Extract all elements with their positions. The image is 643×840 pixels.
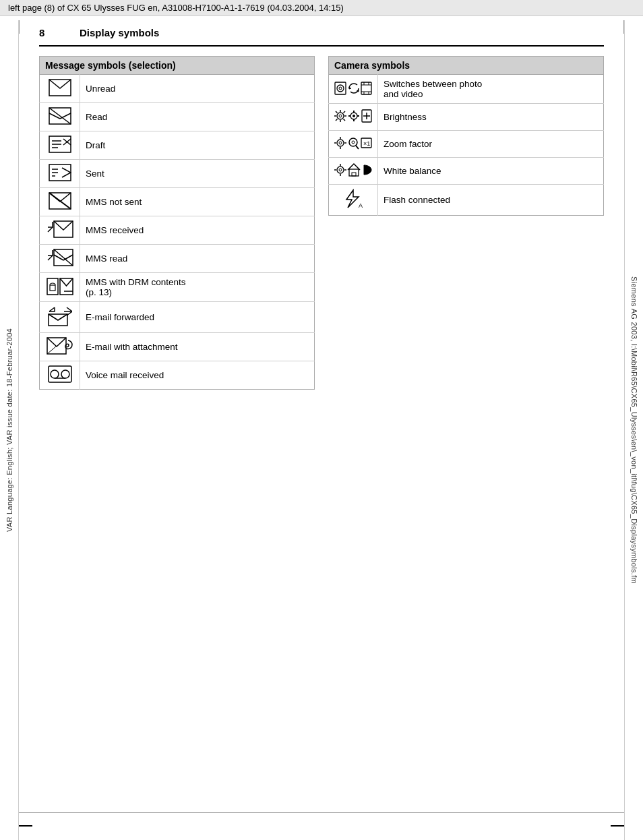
row-label: Zoom factor (384, 139, 432, 149)
draft-icon (49, 136, 71, 155)
row-label: Voice mail received (86, 370, 164, 380)
svg-rect-24 (47, 278, 58, 295)
symbol-cell (329, 104, 378, 131)
svg-point-47 (337, 113, 344, 119)
symbol-cell (329, 75, 378, 104)
brightness-icon (334, 108, 372, 126)
top-right-mark (623, 20, 624, 34)
email-attachment-icon (47, 337, 73, 357)
email-forwarded-icon (48, 306, 72, 328)
row-label: Read (86, 112, 107, 122)
table-row: MMS received (40, 216, 315, 245)
mms-received-icon (47, 220, 73, 240)
svg-line-74 (356, 146, 359, 149)
symbol-cell (40, 361, 80, 390)
table-row: Sent (40, 160, 315, 188)
right-sidebar: Siemens AG 2003, I:\Mobil\R65\CX65_Ulyss… (624, 20, 643, 840)
row-label: Switches between photoand video (384, 79, 482, 99)
row-label: Sent (86, 169, 104, 179)
symbol-cell (40, 216, 80, 245)
svg-point-39 (339, 87, 342, 90)
left-sidebar: VAR Language: English; VAR issue date: 1… (0, 20, 19, 840)
svg-point-34 (51, 370, 59, 378)
symbol-cell (40, 188, 80, 216)
row-label: White balance (384, 166, 441, 176)
camera-symbols-section: Camera symbols (328, 56, 604, 390)
svg-point-72 (349, 138, 357, 146)
label-cell: Flash connected (378, 185, 604, 216)
svg-text:×1: ×1 (363, 140, 370, 147)
mms-drm-icon (47, 278, 73, 297)
table-row: A Flash connected (329, 185, 604, 216)
top-header: left page (8) of CX 65 Ulysses FUG en, A… (0, 0, 643, 16)
svg-line-4 (49, 108, 71, 124)
symbol-cell (40, 302, 80, 333)
symbol-cell (40, 103, 80, 131)
label-cell: Sent (80, 160, 315, 188)
table-row: E-mail forwarded (40, 302, 315, 333)
white-balance-icon (334, 162, 372, 180)
voice-mail-icon (48, 365, 72, 385)
table-row: Brightness (329, 104, 604, 131)
label-cell: Read (80, 103, 315, 131)
main-content: 8 Display symbols Message symbols (selec… (19, 16, 624, 390)
page-title-row: 8 Display symbols (39, 16, 604, 47)
camera-symbol-table: Switches between photoand video (328, 74, 604, 216)
message-section-header: Message symbols (selection) (39, 56, 315, 74)
camera-section-header: Camera symbols (328, 56, 604, 74)
row-label: MMS received (86, 225, 144, 235)
symbol-cell: ×1 (329, 131, 378, 158)
symbol-cell: A (329, 185, 378, 216)
page-number: 8 (39, 27, 80, 38)
mms-read-icon (47, 249, 73, 268)
symbol-cell (329, 158, 378, 185)
label-cell: Unread (80, 75, 315, 103)
svg-point-38 (337, 85, 344, 92)
two-columns: Message symbols (selection) (39, 56, 604, 390)
symbol-cell (40, 160, 80, 188)
label-cell: MMS read (80, 245, 315, 273)
label-cell: MMS with DRM contents(p. 13) (80, 273, 315, 302)
label-cell: Zoom factor (378, 131, 604, 158)
row-label: MMS read (86, 253, 127, 264)
label-cell: Switches between photoand video (378, 75, 604, 104)
svg-line-17 (48, 227, 53, 232)
label-cell: Brightness (378, 104, 604, 131)
page-title: Display symbols (80, 27, 159, 38)
row-label: MMS not sent (86, 197, 142, 207)
message-symbol-table: Unread (39, 74, 315, 390)
svg-point-35 (61, 370, 69, 378)
table-row: MMS not sent (40, 188, 315, 216)
symbol-cell (40, 333, 80, 361)
table-row: E-mail with attachment (40, 333, 315, 361)
svg-line-56 (336, 119, 338, 121)
label-cell: MMS received (80, 216, 315, 245)
photo-video-switch-icon (334, 80, 372, 98)
table-row: Voice mail received (40, 361, 315, 390)
zoom-icon: ×1 (334, 135, 372, 153)
read-icon (49, 107, 71, 127)
label-cell: MMS not sent (80, 188, 315, 216)
svg-rect-25 (50, 285, 55, 291)
svg-point-58 (353, 115, 355, 117)
svg-rect-33 (49, 366, 71, 382)
svg-line-55 (344, 111, 346, 113)
label-cell: Voice mail received (80, 361, 315, 390)
svg-line-23 (54, 249, 73, 266)
header-text: left page (8) of CX 65 Ulysses FUG en, A… (8, 3, 344, 13)
unread-icon (49, 79, 71, 98)
table-row: MMS with DRM contents(p. 13) (40, 273, 315, 302)
table-row: MMS read (40, 245, 315, 273)
mms-not-sent-icon (49, 192, 71, 212)
bottom-right-mark (611, 825, 624, 827)
svg-line-2 (49, 113, 60, 119)
table-row: Draft (40, 131, 315, 160)
svg-line-3 (60, 113, 71, 119)
symbol-cell (40, 245, 80, 273)
svg-rect-84 (352, 173, 356, 176)
table-row: Read (40, 103, 315, 131)
symbol-cell (40, 131, 80, 160)
table-row: White balance (329, 158, 604, 185)
symbol-cell (40, 75, 80, 103)
table-row: Unread (40, 75, 315, 103)
